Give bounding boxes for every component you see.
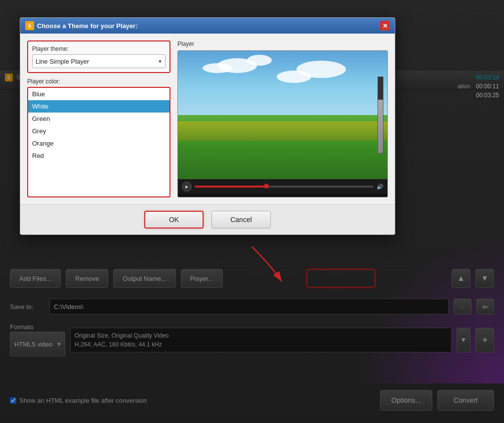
cloud-2 <box>247 55 272 66</box>
dialog-right-panel: Player <box>177 40 388 197</box>
dialog-footer: OK Cancel <box>20 204 395 234</box>
player-preview-label: Player <box>177 40 388 47</box>
color-item-orange[interactable]: Orange <box>28 137 169 150</box>
sky <box>178 51 387 121</box>
color-list: Blue White Green Grey Orange Red <box>28 88 169 196</box>
player-controls: ▶ 🔊 <box>178 179 387 194</box>
dialog-app-icon: 5 <box>25 21 34 30</box>
dialog-ok-button[interactable]: OK <box>144 211 204 229</box>
color-item-green[interactable]: Green <box>28 113 169 125</box>
theme-dialog: 5 Choose a Theme for your Player: ✕ Play… <box>20 17 395 235</box>
flowers <box>178 121 387 141</box>
progress-thumb <box>264 184 269 189</box>
progress-fill <box>195 186 266 188</box>
player-preview: ▶ 🔊 <box>177 50 388 197</box>
dialog-close-button[interactable]: ✕ <box>380 21 390 31</box>
theme-dropdown[interactable]: Line Simple Player Classic Player Minima… <box>32 54 166 68</box>
dialog-titlebar: 5 Choose a Theme for your Player: ✕ <box>20 18 395 34</box>
color-item-white[interactable]: White <box>28 100 169 113</box>
volume-bar <box>378 77 383 154</box>
progress-bar[interactable] <box>195 186 374 188</box>
dialog-title-text: Choose a Theme for your Player: <box>37 22 138 30</box>
color-section: Player color: Blue White Green Grey Oran… <box>27 78 170 197</box>
color-label: Player color: <box>27 78 170 85</box>
color-item-blue[interactable]: Blue <box>28 88 169 100</box>
dialog-body: Player theme: Line Simple Player Classic… <box>20 34 395 204</box>
dialog-cancel-button[interactable]: Cancel <box>211 211 271 229</box>
preview-image <box>178 51 387 179</box>
theme-dropdown-wrap: Line Simple Player Classic Player Minima… <box>32 54 166 68</box>
volume-icon[interactable]: 🔊 <box>377 184 383 190</box>
theme-section: Player theme: Line Simple Player Classic… <box>27 40 170 73</box>
play-button[interactable]: ▶ <box>182 182 192 192</box>
theme-label: Player theme: <box>32 45 166 52</box>
color-item-red[interactable]: Red <box>28 150 169 162</box>
dialog-title-left: 5 Choose a Theme for your Player: <box>25 21 138 30</box>
volume-fill <box>378 100 383 153</box>
dialog-left-panel: Player theme: Line Simple Player Classic… <box>27 40 170 197</box>
color-item-grey[interactable]: Grey <box>28 125 169 137</box>
cloud-3 <box>203 63 232 73</box>
cloud-5 <box>277 71 311 83</box>
color-list-wrap: Blue White Green Grey Orange Red <box>27 87 170 197</box>
